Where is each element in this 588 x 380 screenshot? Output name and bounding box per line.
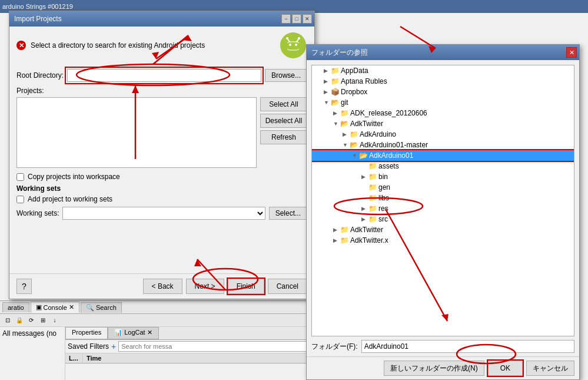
tree-item-adkarduino[interactable]: ▶ 📁 AdkArduino [312,129,574,140]
search-messages-input[interactable] [118,341,310,352]
search-icon: 🔍 [86,304,94,312]
back-button[interactable]: < Back [143,279,182,294]
tab-aratio[interactable]: aratio [2,302,29,312]
console-content: All messages (no [0,327,65,380]
tab-console-label: Console [44,304,67,311]
chevron-down-icon: ▼ [324,100,330,105]
folder-open-icon: 📂 [350,141,358,149]
tree-item-git[interactable]: ▼ 📂 git [312,97,574,108]
tree-label-adktwitter-top: AdkTwitter [350,120,383,128]
chevron-down-icon: ▼ [343,142,348,148]
toolbar-btn-2[interactable]: 🔒 [14,315,25,326]
maximize-button[interactable]: □ [292,14,301,24]
working-sets-select[interactable] [62,207,265,220]
tree-label-git: git [341,98,348,107]
properties-panel: Properties 📊 LogCat ✕ Saved Filters + L.… [65,327,312,380]
cancel-button[interactable]: Cancel [268,279,307,294]
svg-rect-2 [286,43,300,49]
root-dir-input[interactable] [67,69,261,82]
chevron-icon: ▶ [324,68,330,74]
tab-properties[interactable]: Properties [65,327,108,339]
select-all-button[interactable]: Select All [260,97,307,111]
tree-item-adktwitter-x[interactable]: ▶ 📁 AdkTwitter.x [312,235,574,246]
toolbar-btn-5[interactable]: ↓ [49,315,60,326]
tree-item-libs[interactable]: 📁 libs [312,193,574,203]
tree-label-gen: gen [378,183,390,191]
col-l: L... [65,353,83,363]
refresh-button[interactable]: Refresh [260,130,307,144]
projects-label: Projects: [16,87,307,95]
toolbar-btn-1[interactable]: ⊡ [2,315,13,326]
import-dialog: Import Projects − □ ✕ ✕ Select a directo… [9,11,315,299]
tree-item-adktwitter-top[interactable]: ▼ 📂 AdkTwitter [312,118,574,129]
ok-button[interactable]: OK [488,361,523,376]
tree-item-bin[interactable]: ▶ 📁 bin [312,171,574,182]
col-time: Time [83,353,312,363]
folder-icon: 📁 [368,183,377,191]
tab-logcat[interactable]: 📊 LogCat ✕ [108,327,159,339]
folder-icon: 📁 [331,77,340,85]
tree-item-aptana[interactable]: ▶ 📁 Aptana Rubles [312,76,574,87]
tree-item-adktwitter2[interactable]: ▶ 📁 AdkTwitter [312,224,574,235]
error-message: Select a directory to search for existin… [31,41,205,49]
copy-projects-checkbox[interactable] [16,173,24,181]
folder-field-input[interactable] [361,340,574,353]
chevron-icon [361,163,367,169]
chevron-icon: ▶ [324,78,330,84]
minimize-button[interactable]: − [281,14,291,24]
tree-item-adkarduino01-master[interactable]: ▼ 📂 AdkArduino01-master [312,140,574,150]
tree-label-appdata: AppData [341,67,368,75]
projects-buttons: Select All Deselect All Refresh [260,97,307,168]
tab-search[interactable]: 🔍 Search [81,302,122,313]
cancel-folder-button[interactable]: キャンセル [526,361,574,376]
chevron-icon: ▶ [324,89,330,95]
import-dialog-footer: ? < Back Next > Finish Cancel [9,273,314,299]
tree-label-assets: assets [378,162,399,170]
tree-item-assets[interactable]: 📁 assets [312,161,574,171]
folder-open-icon: 📂 [331,98,340,107]
folder-close-button[interactable]: ✕ [566,47,577,58]
projects-section: Projects: Select All Deselect All Refres… [16,87,307,168]
toolbar-btn-3[interactable]: ⟳ [26,315,36,326]
tree-label-libs: libs [378,194,389,202]
root-dir-row: Root Directory: Browse... [16,69,307,82]
tree-label-adkarduino01-master: AdkArduino01-master [360,141,428,149]
tree-item-appdata[interactable]: ▶ 📁 AppData [312,65,574,76]
add-to-working-sets-checkbox[interactable] [16,196,24,203]
add-filter-icon[interactable]: + [111,342,116,351]
browse-button[interactable]: Browse... [265,69,307,82]
add-to-working-sets-label: Add project to working sets [28,195,112,203]
tree-item-src[interactable]: ▶ 📁 src [312,214,574,224]
help-button[interactable]: ? [16,279,32,294]
folder-icon: 📁 [331,67,340,75]
tree-item-adkarduino01[interactable]: ▼ 📂 AdkArduino01 [312,150,574,161]
select-button[interactable]: Select... [269,207,307,220]
copy-projects-label: Copy projects into workspace [28,173,120,181]
folder-tree[interactable]: ▶ 📁 AppData ▶ 📁 Aptana Rubles ▶ 📦 Dropbo… [311,65,574,336]
folder-icon: 📁 [350,130,358,138]
next-button[interactable]: Next > [186,279,224,294]
deselect-all-button[interactable]: Deselect All [260,114,307,128]
logcat-close-icon[interactable]: ✕ [147,329,152,336]
tree-item-adk-release[interactable]: ▶ 📁 ADK_release_20120606 [312,108,574,118]
all-messages-text: All messages (no [2,329,62,338]
tree-item-gen[interactable]: 📁 gen [312,182,574,193]
svg-point-8 [298,37,300,39]
tree-item-res[interactable]: ▶ 📁 res [312,203,574,214]
chevron-icon: ▶ [333,227,339,233]
new-folder-button[interactable]: 新しいフォルダーの作成(N) [384,361,484,376]
projects-list[interactable] [16,97,257,168]
root-dir-label: Root Directory: [16,71,64,80]
close-button[interactable]: ✕ [303,14,312,24]
tree-item-dropbox[interactable]: ▶ 📦 Dropbox [312,87,574,97]
folder-field-row: フォルダー(F): [307,336,579,356]
finish-button[interactable]: Finish [228,279,264,294]
folder-icon: 📁 [368,162,377,170]
folder-icon: 📁 [340,109,349,117]
console-close-icon[interactable]: ✕ [69,303,74,311]
chevron-icon: ▶ [333,110,339,116]
toolbar-btn-4[interactable]: ⊞ [38,315,48,326]
tree-label-dropbox: Dropbox [341,88,367,96]
ide-title: arduino Strings #001219 [2,3,73,10]
tab-console[interactable]: ▣ Console ✕ [31,302,79,313]
